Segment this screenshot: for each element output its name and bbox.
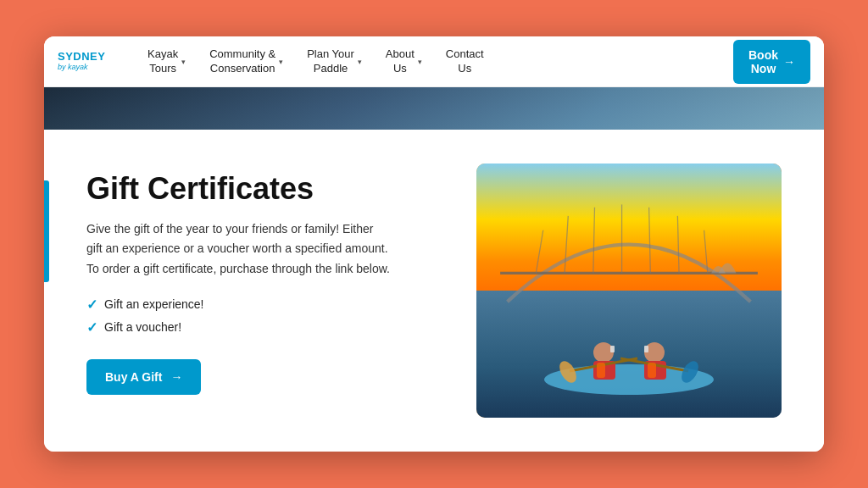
nav-item-community-label: Community &Conservation xyxy=(209,47,275,76)
browser-window: SYDNEY by kayak KayakTours ▾ Community &… xyxy=(44,36,824,452)
svg-rect-20 xyxy=(644,346,648,352)
hero-strip xyxy=(44,87,824,130)
left-accent-bar xyxy=(44,180,49,282)
svg-line-1 xyxy=(536,230,542,274)
logo-sydney-text: SYDNEY xyxy=(58,51,105,63)
buy-gift-arrow-icon: → xyxy=(170,370,182,384)
nav-item-plan-label: Plan YourPaddle xyxy=(307,47,354,76)
buy-gift-label: Buy A Gift xyxy=(105,370,162,384)
left-column: Gift Certificates Give the gift of the y… xyxy=(86,164,442,395)
about-chevron-icon: ▾ xyxy=(418,58,422,66)
svg-rect-17 xyxy=(597,363,605,378)
nav-items: KayakTours ▾ Community &Conservation ▾ P… xyxy=(136,47,733,76)
page-title: Gift Certificates xyxy=(86,172,442,206)
book-now-button[interactable]: BookNow → xyxy=(733,40,810,84)
check-icon-1: ✓ xyxy=(86,297,97,313)
nav-item-plan[interactable]: Plan YourPaddle ▾ xyxy=(295,47,374,76)
kayakers-scene xyxy=(519,295,739,405)
gift-image xyxy=(476,164,782,418)
logo[interactable]: SYDNEY by kayak xyxy=(58,51,119,71)
community-chevron-icon: ▾ xyxy=(279,58,283,66)
book-now-label: BookNow xyxy=(748,48,778,75)
svg-line-2 xyxy=(565,216,568,274)
nav-item-about[interactable]: AboutUs ▾ xyxy=(374,47,434,76)
svg-rect-19 xyxy=(610,346,615,352)
plan-chevron-icon: ▾ xyxy=(358,58,362,66)
checklist-item-1: Gift an experience! xyxy=(104,297,204,311)
svg-point-9 xyxy=(593,342,614,363)
buy-gift-button[interactable]: Buy A Gift → xyxy=(86,359,201,395)
svg-rect-18 xyxy=(648,363,656,378)
hero-strip-image xyxy=(44,87,824,130)
svg-line-6 xyxy=(677,216,679,274)
check-list: ✓ Gift an experience! ✓ Gift a voucher! xyxy=(86,297,442,336)
check-icon-2: ✓ xyxy=(86,319,97,336)
svg-line-3 xyxy=(593,208,595,274)
right-column xyxy=(476,164,782,418)
nav-item-contact-label: ContactUs xyxy=(446,47,484,76)
nav-item-contact[interactable]: ContactUs xyxy=(434,47,496,76)
gift-image-inner xyxy=(476,164,782,418)
navbar: SYDNEY by kayak KayakTours ▾ Community &… xyxy=(44,36,824,87)
nav-item-kayak-tours-label: KayakTours xyxy=(147,47,178,76)
page-description: Give the gift of the year to your friend… xyxy=(86,219,392,280)
main-content: Gift Certificates Give the gift of the y… xyxy=(44,130,824,452)
nav-item-community[interactable]: Community &Conservation ▾ xyxy=(198,47,295,76)
nav-item-about-label: AboutUs xyxy=(386,47,415,76)
book-now-arrow-icon: → xyxy=(783,55,795,69)
svg-line-5 xyxy=(649,208,651,274)
list-item: ✓ Gift a voucher! xyxy=(86,319,442,336)
nav-item-kayak-tours[interactable]: KayakTours ▾ xyxy=(136,47,198,76)
list-item: ✓ Gift an experience! xyxy=(86,297,442,313)
kayak-tours-chevron-icon: ▾ xyxy=(181,58,186,66)
logo-sub-text: by kayak xyxy=(58,64,88,72)
checklist-item-2: Gift a voucher! xyxy=(104,320,181,334)
